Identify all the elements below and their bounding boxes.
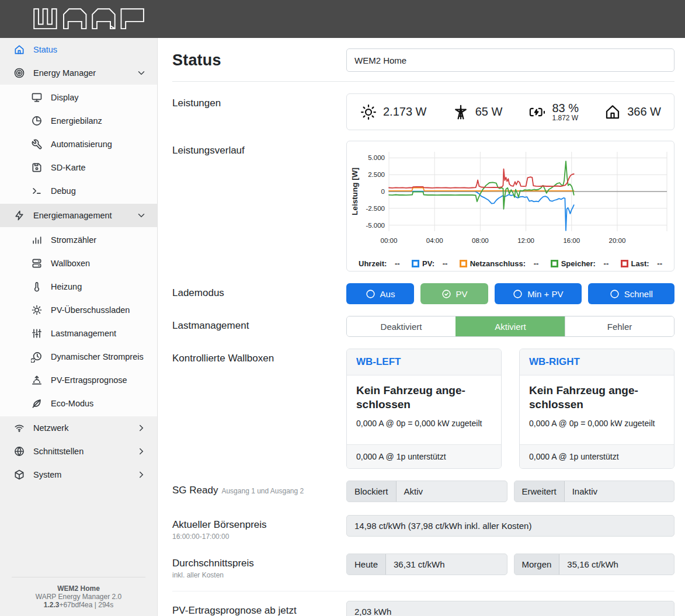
footer-device-name: WEM2 Home [0,584,157,593]
row-leistungen: Leistungen 2.173 W 65 W 83 % 1.872 W [172,93,674,130]
price-tomorrow: Morgen 35,16 ct/kWh [514,554,675,575]
speicher-swatch [551,260,558,267]
mode-aus-button[interactable]: Aus [346,283,414,304]
segment-fehler[interactable]: Fehler [565,316,674,336]
wallbox-name-link[interactable]: WB-RIGHT [520,349,674,375]
chart-legend: Uhrzeit: -- PV: -- Netzanschluss: -- Spe… [350,259,670,268]
row-lademodus: Lademodus Aus PV Min + PV Schnell [172,283,674,304]
leaf-icon [30,397,43,410]
monitor-icon [30,91,43,104]
svg-text:04:00: 04:00 [426,237,443,244]
wallbox-name-link[interactable]: WB-LEFT [347,349,501,375]
chevron-right-icon [136,423,147,433]
radio-circle-icon [513,289,523,299]
sunrise-forecast-icon [30,374,43,387]
wallbox-card-right: WB-RIGHT Kein Fahrzeug ange- schlossen 0… [519,349,674,469]
mode-min-pv-button[interactable]: Min + PV [495,283,581,304]
svg-text:08:00: 08:00 [472,237,489,244]
server-stack-icon [30,257,43,270]
svg-text:0: 0 [381,188,385,195]
mode-schnell-button[interactable]: Schnell [588,283,674,304]
power-history-chart[interactable]: 5.0002.5000-2.500-5.00000:0004:0008:0012… [350,145,670,257]
sun-icon [360,103,377,121]
sidebar-item-lastmanagement[interactable]: Lastmanagement [0,322,157,345]
bolt-icon [13,209,26,222]
sidebar-item-stromzaehler[interactable]: Stromzähler [0,228,157,252]
power-metrics-card: 2.173 W 65 W 83 % 1.872 W 366 W [346,93,674,130]
sidebar-item-wallboxen[interactable]: Wallboxen [0,252,157,275]
wallboxen-label: Kontrollierte Wallboxen [172,349,346,364]
power-history-chart-card: 5.0002.5000-2.500-5.00000:0004:0008:0012… [346,141,674,272]
sidebar-item-energiebilanz[interactable]: Energiebilanz [0,109,157,133]
segment-aktiviert[interactable]: Aktiviert [455,316,565,336]
sidebar-item-label: Energy Manager [33,68,128,78]
sun-icon [30,304,43,316]
price-clock-icon [30,350,43,363]
sidebar-item-energiemanagement[interactable]: Energiemanagement [0,204,157,227]
sidebar-item-display[interactable]: Display [0,86,157,109]
wallbox-card-left: WB-LEFT Kein Fahrzeug ange- schlossen 0,… [346,349,502,469]
sidebar-item-pv-ertragsprognose[interactable]: PV-Ertragsprognose [0,368,157,392]
pv-swatch [412,260,419,267]
sidebar-footer: WEM2 Home WARP Energy Manager 2.0 1.2.3+… [0,577,157,609]
charge-mode-buttons: Aus PV Min + PV Schnell [346,283,674,304]
segment-deaktiviert[interactable]: Deaktiviert [347,316,455,336]
svg-text:-5.000: -5.000 [366,222,385,229]
house-icon [604,103,621,121]
sg-ready-sublabel: Ausgang 1 und Ausgang 2 [221,487,304,495]
legend-uhrzeit: Uhrzeit: -- [359,259,400,268]
sidebar-item-pv-ueberschussladen[interactable]: PV-Überschussladen [0,298,157,322]
wallbox-cards: WB-LEFT Kein Fahrzeug ange- schlossen 0,… [346,349,674,469]
radio-circle-icon [610,289,620,299]
svg-text:16:00: 16:00 [563,237,580,244]
lastmanagement-label: Lastmanagement [172,316,346,332]
durchschnittspreis-note: inkl. aller Kosten [172,571,346,579]
sg-output-1: Blockiert Aktiv [346,481,507,502]
sidebar-item-status[interactable]: Status [0,38,157,61]
svg-text:-2.500: -2.500 [366,205,385,212]
sidebar-item-heizung[interactable]: Heizung [0,275,157,298]
row-boersenpreis: Aktueller Börsenpreis 16:00:00-17:00:00 … [172,515,674,541]
wallbox-supported: 0,000 A @ 1p unterstützt [347,444,501,468]
cube-icon [13,468,26,481]
chevron-down-icon [136,68,147,78]
terminal-icon [30,185,43,197]
warp-logo [18,8,168,31]
sidebar-item-schnittstellen[interactable]: Schnittstellen [0,440,157,463]
chevron-down-icon [136,210,147,221]
sidebar-item-sd-karte[interactable]: SD-Karte [0,156,157,179]
footer-version: 1.2.3+67bdf4ea | 294s [0,601,157,609]
mode-pv-button[interactable]: PV [420,283,488,304]
sidebar-item-system[interactable]: System [0,463,157,486]
sidebar-item-dynamischer-strompreis[interactable]: Dynamischer Strompreis [0,345,157,368]
sidebar-item-label: Status [33,45,147,54]
sidebar-item-automatisierung[interactable]: Automatisierung [0,133,157,156]
row-pv-prognose: PV-Ertragsprognose ab jetzt 16:00 bis 23… [172,601,674,616]
boersenpreis-timerange: 16:00:00-17:00:00 [172,533,346,541]
battery-metric: 83 % 1.872 W [527,102,579,121]
battery-charging-icon [527,103,546,121]
legend-pv: PV: -- [412,259,447,268]
wallbox-supported: 0,000 A @ 1p unterstützt [520,444,674,468]
header-divider [172,81,674,82]
globe-icon [13,445,26,458]
wifi-icon [13,422,26,434]
sg-ready-label: SG ReadyAusgang 1 und Ausgang 2 [172,481,346,496]
pv-prognose-label: PV-Ertragsprognose ab jetzt 16:00 bis 23… [172,601,346,616]
sidebar-item-debug[interactable]: Debug [0,179,157,203]
target-icon [13,67,26,79]
floppy-disk-icon [30,161,43,174]
sg-output-2: Erweitert Inaktiv [514,481,675,502]
leistungsverlauf-label: Leistungsverlauf [172,141,346,156]
sidebar-item-energy-manager[interactable]: Energy Manager [0,61,157,85]
durchschnittspreis-values: Heute 36,31 ct/kWh Morgen 35,16 ct/kWh [346,554,674,575]
section-divider [172,591,674,591]
svg-text:12:00: 12:00 [517,237,534,244]
lademodus-label: Lademodus [172,283,346,299]
chevron-right-icon [136,446,147,457]
device-name-input[interactable] [346,48,674,72]
footer-product-name: WARP Energy Manager 2.0 [0,593,157,601]
sg-ready-outputs: Blockiert Aktiv Erweitert Inaktiv [346,481,674,502]
sidebar-item-netzwerk[interactable]: Netzwerk [0,416,157,440]
sidebar-item-eco-modus[interactable]: Eco-Modus [0,392,157,415]
